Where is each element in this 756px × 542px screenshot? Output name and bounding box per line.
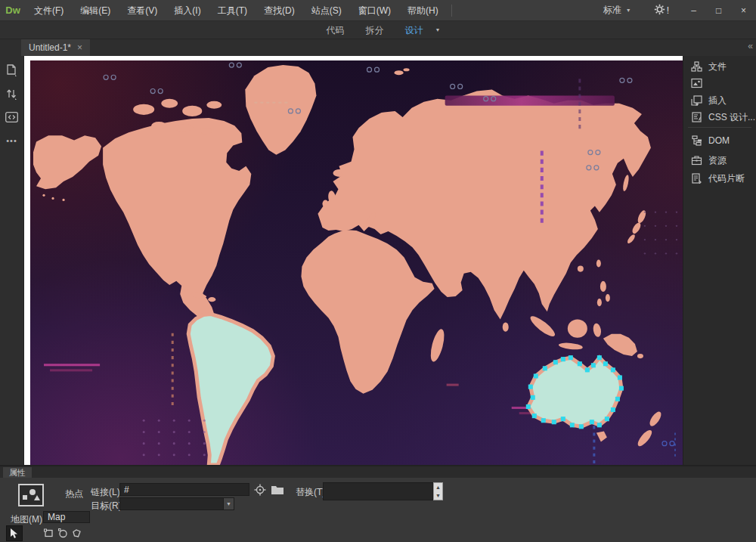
dreamweaver-logo: Dw [0,5,26,16]
menu-view[interactable]: 查看(V) [119,0,166,21]
panel-snippets-label: 代码片断 [708,172,745,185]
panel-files-label: 文件 [708,60,727,73]
oval-tool-icon [58,528,68,538]
target-chevron-down-icon[interactable]: ▼ [223,497,234,510]
panel-files[interactable]: 文件 [683,59,756,74]
panel-insert-label: 插入 [708,94,727,107]
oval-hotspot-tool[interactable] [57,527,69,539]
tab-close-icon[interactable]: × [77,42,82,53]
panel-dom-label: DOM [708,135,730,146]
maximize-button[interactable]: □ [706,0,731,20]
files-tree-icon [691,61,702,72]
alt-input[interactable] [323,482,433,500]
target-label: 目标(R) [91,500,122,513]
properties-tab[interactable]: 属性 [3,467,32,478]
open-document-icon[interactable] [5,63,20,77]
world-map-image[interactable] [30,60,683,465]
properties-panel: 属性 热点 链接(L) 替换(T) ▲ ▼ 目标(R) ▼ 地图(M) [0,465,756,542]
spinner-down-icon[interactable]: ▼ [434,491,442,500]
hotspot-label: 热点 [65,488,83,500]
panel-css-designer[interactable]: CSS 设计... [683,110,756,125]
css-designer-icon [691,112,702,122]
pointer-hotspot-tool[interactable] [6,525,23,541]
code-inspector-icon[interactable] [5,110,20,124]
polygon-hotspot-tool[interactable] [70,527,82,539]
panel-extract[interactable] [683,76,756,91]
dom-tree-icon [691,135,702,146]
split-view-button[interactable]: 拆分 [355,21,395,39]
document-tab[interactable]: Untitled-1* × [21,39,90,56]
gear-icon [654,4,665,17]
spinner-up-icon[interactable]: ▲ [434,483,442,491]
workspace-switcher[interactable]: 标准 ▼ [593,4,642,17]
target-select[interactable] [119,497,234,510]
right-panel-strip: 文件 插入 CSS 设计... DOM 资源 代码片断 [683,56,756,465]
panel-divider [688,127,751,128]
assets-icon [691,155,702,166]
sort-order-icon[interactable] [5,87,20,101]
menu-tools[interactable]: 工具(T) [209,0,256,21]
map-label: 地图(M) [11,513,42,526]
menu-edit[interactable]: 编辑(E) [72,0,119,21]
menu-help[interactable]: 帮助(H) [399,0,447,21]
menu-site[interactable]: 站点(S) [303,0,350,21]
code-view-button[interactable]: 代码 [316,21,355,39]
alt-label: 替换(T) [296,486,325,499]
sync-settings-button[interactable]: ! [642,4,681,17]
view-mode-toolbar: 代码 拆分 设计 ▼ [0,21,756,39]
panel-assets-label: 资源 [708,154,727,167]
menu-divider [451,5,452,17]
panel-insert[interactable]: 插入 [683,93,756,108]
close-button[interactable]: × [731,0,756,20]
alert-badge: ! [667,5,669,16]
document-tab-title: Untitled-1* [29,42,71,53]
menu-window[interactable]: 窗口(W) [350,0,399,21]
menu-insert[interactable]: 插入(I) [166,0,209,21]
panel-snippets[interactable]: 代码片断 [683,171,756,186]
menu-bar: Dw 文件(F) 编辑(E) 查看(V) 插入(I) 工具(T) 查找(D) 站… [0,0,756,21]
main-area: ••• [0,56,756,465]
workspace-label: 标准 [603,4,621,17]
collapse-panels-icon[interactable]: « [748,41,752,51]
menu-file[interactable]: 文件(F) [26,0,72,21]
hotspot-thumbnail-icon [18,484,44,506]
design-canvas[interactable] [24,56,683,465]
polygon-tool-icon [72,528,82,538]
panel-dom[interactable]: DOM [683,133,756,148]
snippets-icon [691,173,702,184]
panel-assets[interactable]: 资源 [683,153,756,168]
chevron-down-icon: ▼ [626,8,631,13]
image-icon [691,78,702,88]
design-view-button[interactable]: 设计 [395,21,434,39]
map-name-input[interactable] [43,511,90,523]
rectangle-tool-icon [44,528,54,538]
pointer-arrow-icon [10,528,19,539]
point-to-file-icon[interactable] [253,483,267,497]
alt-spinner[interactable]: ▲ ▼ [433,482,443,500]
design-view-dropdown-icon[interactable]: ▼ [435,27,441,33]
menu-find[interactable]: 查找(D) [256,0,303,21]
browse-folder-icon[interactable] [270,483,285,497]
insert-icon [691,95,702,106]
document-tab-bar: Untitled-1* × « [0,39,756,56]
rectangle-hotspot-tool[interactable] [42,527,54,539]
properties-tabstrip: 属性 [0,466,756,478]
left-toolbar: ••• [0,56,24,465]
link-label: 链接(L) [91,486,120,499]
link-input[interactable] [119,483,249,496]
panel-css-designer-label: CSS 设计... [708,111,755,124]
more-options-icon[interactable]: ••• [5,134,20,147]
minimize-button[interactable]: – [681,0,706,20]
